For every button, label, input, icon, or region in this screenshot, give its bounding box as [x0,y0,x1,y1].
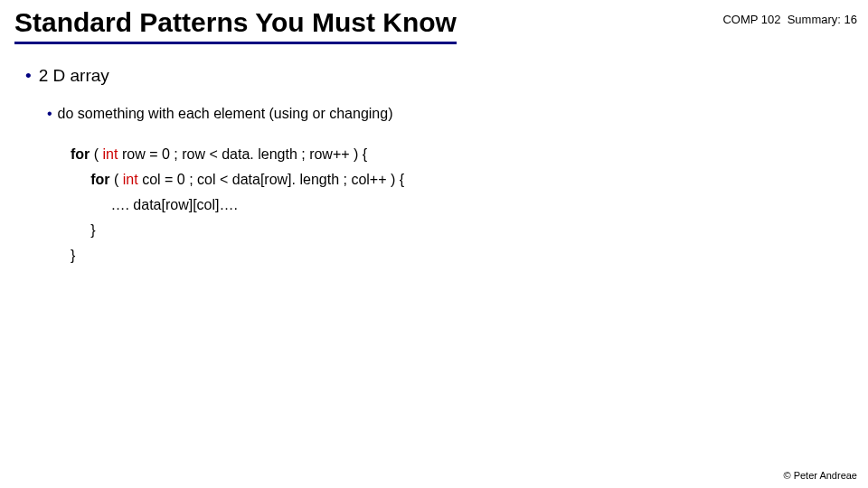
bullet-dot: • [25,66,32,85]
keyword-int: int [123,172,138,187]
keyword-int: int [103,146,118,162]
code-text: ( [90,146,102,162]
bullet-2-text: do something with each element (using or… [58,106,393,121]
bullet-level-1: •2 D array [25,66,857,86]
bullet-level-2: •do something with each element (using o… [47,106,857,122]
slide-footer: © Peter Andreae [784,470,858,481]
code-text: ( [110,172,123,187]
slide-header: Standard Patterns You Must Know COMP 102… [0,0,868,44]
keyword-for: for [90,172,109,187]
code-block: for ( int row = 0 ; row < data. length ;… [71,142,857,268]
code-text: } [71,248,75,263]
bullet-dot: • [47,106,52,121]
code-text: } [90,222,95,238]
slide-title: Standard Patterns You Must Know [14,7,457,44]
code-text: …. data[row][col]…. [110,197,238,212]
code-text: col = 0 ; col < data[row]. length ; col+… [138,172,404,187]
keyword-for: for [71,146,90,162]
course-label: COMP 102 Summary: 16 [722,7,857,26]
code-text: row = 0 ; row < data. length ; row++ ) { [118,146,367,162]
slide-content: •2 D array •do something with each eleme… [0,44,868,268]
bullet-1-text: 2 D array [39,66,109,85]
